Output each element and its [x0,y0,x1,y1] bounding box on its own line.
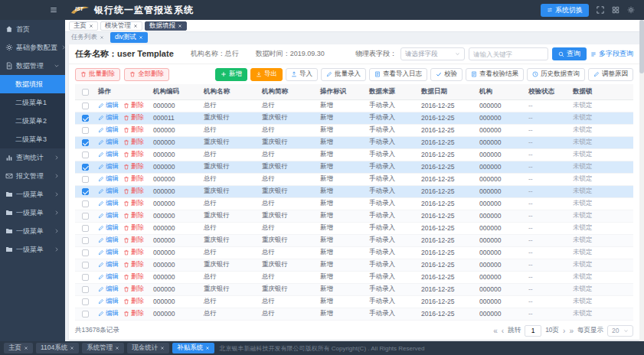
table-row[interactable]: 编辑删除000000总行总行新增手动录入2016-12-25000000--未锁… [75,246,633,259]
close-icon[interactable] [205,346,210,350]
row-checkbox[interactable] [82,298,89,305]
edit-link[interactable]: 编辑 [98,199,119,208]
prev-page-icon[interactable]: ‹ [502,327,504,335]
edit-link[interactable]: 编辑 [98,174,119,184]
row-checkbox[interactable] [82,151,89,158]
table-row[interactable]: 编辑删除000000重庆银行重庆银行新增手动录入2016-12-25000000… [75,161,633,173]
tab-1[interactable]: 模块管理 [100,21,142,31]
scrollbar-thumb[interactable] [639,20,644,73]
row-checkbox[interactable] [82,115,89,122]
table-row[interactable]: 编辑删除000000总行总行新增手动录入2016-12-25000000--未锁… [75,222,633,234]
close-icon[interactable] [115,346,119,350]
field-select[interactable]: 请选择字段 [400,47,465,60]
edit-link[interactable]: 编辑 [98,113,119,122]
table-row[interactable]: 编辑删除000000总行总行新增手动录入2016-12-25000000--未锁… [75,308,633,320]
edit-link[interactable]: 编辑 [98,297,119,306]
table-row[interactable]: 编辑删除000000重庆银行重庆银行新增手动录入2016-12-25000000… [75,283,633,295]
sidebar-item-9[interactable]: 一级菜单 [0,185,65,204]
delete-link[interactable]: 删除 [123,150,144,159]
keyword-input[interactable] [469,47,548,60]
delete-link[interactable]: 删除 [123,285,144,294]
delete-link[interactable]: 删除 [123,101,144,110]
table-row[interactable]: 编辑删除000000总行总行新增手动录入2016-12-25000000--未锁… [75,295,633,308]
table-row[interactable]: 编辑删除000000总行总行新增手动录入2016-12-25000000--未锁… [75,148,633,161]
close-icon[interactable] [100,35,104,40]
table-row[interactable]: 编辑删除000000总行总行新增手动录入2016-12-25000000--未锁… [75,271,633,283]
toolbar-right-button-0[interactable]: 新增 [215,68,247,81]
sidebar-item-12[interactable]: 一级菜单 [0,240,65,259]
delete-link[interactable]: 删除 [123,187,144,196]
table-row[interactable]: 编辑删除000000总行总行新增手动录入2016-12-25000000--未锁… [75,197,633,210]
toolbar-left-button-1[interactable]: 全部删除 [124,68,169,81]
sidebar-item-7[interactable]: 查询统计 [0,148,65,167]
edit-link[interactable]: 编辑 [98,260,119,269]
edit-link[interactable]: 编辑 [98,309,119,318]
delete-link[interactable]: 删除 [123,236,144,245]
delete-link[interactable]: 删除 [123,272,144,282]
delete-link[interactable]: 删除 [123,309,144,318]
sidebar-item-4[interactable]: 二级菜单1 [0,93,65,112]
edit-link[interactable]: 编辑 [98,138,119,147]
fullscreen-icon[interactable] [597,6,604,14]
close-icon[interactable] [178,24,182,28]
row-checkbox[interactable] [82,262,89,269]
row-checkbox[interactable] [82,286,89,293]
footer-tab-2[interactable]: 系统管理 [82,343,124,353]
footer-tab-1[interactable]: 1104系统 [36,343,79,353]
row-checkbox[interactable] [82,213,89,220]
close-icon[interactable] [133,24,138,28]
row-checkbox[interactable] [82,176,89,183]
close-icon[interactable] [160,346,165,350]
sidebar-item-11[interactable]: 一级菜单 [0,222,65,240]
table-row[interactable]: 编辑删除000011重庆银行重庆银行新增手动录入2016-12-25000000… [75,112,633,124]
delete-link[interactable]: 删除 [123,125,144,135]
toolbar-left-button-0[interactable]: 批量删除 [75,68,120,81]
edit-link[interactable]: 编辑 [98,101,119,110]
table-row[interactable]: 编辑删除000000重庆银行重庆银行新增手动录入2016-12-25000000… [75,259,633,271]
row-checkbox[interactable] [82,127,89,134]
table-row[interactable]: 编辑删除000000总行总行新增手动录入2016-12-25000000--未锁… [75,124,633,136]
toolbar-right-button-4[interactable]: 查看导入日志 [369,68,427,81]
sidebar-item-6[interactable]: 二级菜单3 [0,130,65,148]
next-page-icon[interactable]: › [563,327,565,335]
sidebar-item-8[interactable]: 报文管理 [0,167,65,185]
delete-link[interactable]: 删除 [123,199,144,208]
grid-icon[interactable] [612,6,619,14]
row-checkbox[interactable] [82,311,89,318]
delete-link[interactable]: 删除 [123,223,144,233]
row-checkbox[interactable] [82,249,89,256]
footer-tab-0[interactable]: 主页 [4,343,33,353]
delete-link[interactable]: 删除 [123,174,144,184]
delete-link[interactable]: 删除 [123,297,144,306]
toolbar-right-button-1[interactable]: 导出 [250,68,283,81]
delete-link[interactable]: 删除 [123,248,144,257]
subtab-0[interactable]: 任务列表 [71,33,104,42]
last-page-icon[interactable]: » [569,327,574,335]
close-icon[interactable] [70,346,74,350]
page-input[interactable] [525,325,541,337]
edit-link[interactable]: 编辑 [98,150,119,159]
row-checkbox[interactable] [82,225,89,232]
toolbar-right-button-8[interactable]: 调整原因 [588,68,633,81]
close-icon[interactable] [89,24,93,28]
toolbar-right-button-3[interactable]: 批量录入 [321,68,366,81]
subtab-1[interactable]: div测试 [110,32,148,43]
footer-tab-4[interactable]: 补贴系统 [172,343,214,353]
sidebar-item-0[interactable]: 首页 [0,20,65,38]
table-row[interactable]: 编辑删除000000总行总行新增手动录入2016-12-25000000--未锁… [75,99,633,112]
edit-link[interactable]: 编辑 [98,187,119,196]
edit-link[interactable]: 编辑 [98,223,119,233]
table-row[interactable]: 编辑删除000000总行总行新增手动录入2016-12-25000000--未锁… [75,173,633,185]
row-checkbox[interactable] [82,164,89,171]
sidebar-item-10[interactable]: 一级菜单 [0,204,65,222]
close-icon[interactable] [139,35,143,40]
row-checkbox[interactable] [82,274,89,281]
row-checkbox[interactable] [82,103,89,109]
toolbar-right-button-2[interactable]: 导入 [286,68,318,81]
multi-field-query-link[interactable]: 多字段查询 [590,49,633,59]
delete-link[interactable]: 删除 [123,162,144,171]
delete-link[interactable]: 删除 [123,211,144,220]
table-row[interactable]: 编辑删除000000重庆银行重庆银行新增手动录入2016-12-25000000… [75,136,633,148]
table-row[interactable]: 编辑删除000000重庆银行重庆银行新增手动录入2016-12-25000000… [75,185,633,197]
table-row[interactable]: 编辑删除000000重庆银行重庆银行新增手动录入2016-12-25000000… [75,234,633,246]
